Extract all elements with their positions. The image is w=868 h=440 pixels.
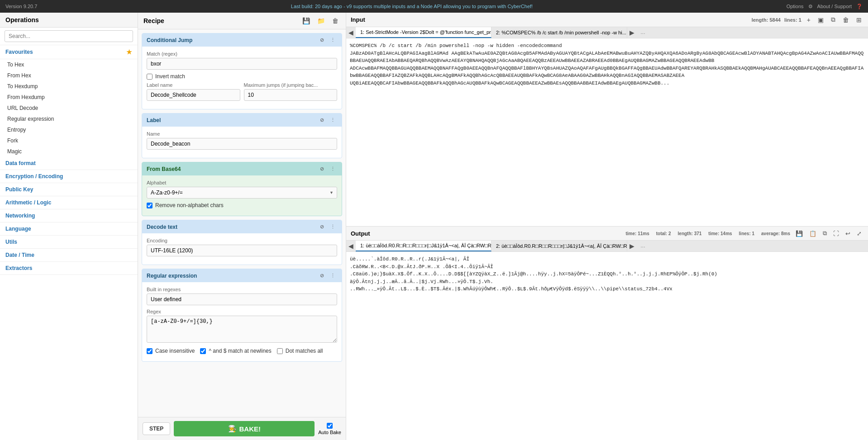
input-lines-value: 1 [799, 17, 801, 23]
right-panel: Input length: 5844 lines: 1 + ▣ ⧉ 🗑 ⊞ ◀ … [346, 13, 868, 440]
sidebar-item-regex[interactable]: Regular expression [0, 114, 138, 124]
name-label: Name [147, 131, 337, 137]
builtin-regexes-input[interactable] [147, 293, 337, 305]
case-insensitive-label[interactable]: Case insensitive [147, 348, 195, 354]
disable-decode-text-button[interactable]: ⊘ [318, 223, 326, 231]
label-name-input[interactable] [147, 89, 240, 101]
disable-regex-button[interactable]: ⊘ [318, 272, 326, 279]
more-from-base64-button[interactable]: ⋮ [329, 165, 337, 173]
input-tab-prev[interactable]: ◀ [346, 27, 356, 38]
multiline-label[interactable]: ^ and $ match at newlines [200, 348, 271, 354]
sidebar-item-tohexdump[interactable]: To Hexdump [0, 81, 138, 92]
alphabet-select[interactable]: A-Za-z0-9+/= [147, 187, 337, 199]
more-regex-button[interactable]: ⋮ [329, 272, 337, 279]
about-label[interactable]: About / Support [817, 4, 852, 9]
category-extractors-header[interactable]: Extractors [0, 262, 138, 274]
more-label-button[interactable]: ⋮ [329, 116, 337, 124]
auto-bake-label: Auto Bake [318, 430, 341, 435]
remove-non-alphabet-checkbox[interactable] [147, 203, 153, 208]
category-utils-label: Utils [5, 239, 17, 245]
load-recipe-button[interactable]: 📁 [315, 16, 327, 25]
category-public-key-label: Public Key [5, 186, 33, 193]
save-output-button[interactable]: 💾 [794, 229, 805, 238]
input-tab-2[interactable]: 2: %COMSPEC% /b /c start /b /min powersh… [491, 27, 627, 38]
bake-label: BAKE! [239, 425, 261, 433]
card-from-base64-body: Alphabet A-Za-z0-9+/= Remove non-alphabe… [142, 175, 342, 216]
more-conditional-jump-button[interactable]: ⋮ [329, 36, 337, 44]
category-encryption-header[interactable]: Encryption / Encoding [0, 170, 138, 183]
auto-bake-group: Auto Bake [318, 423, 341, 435]
multiline-checkbox[interactable] [200, 348, 206, 354]
maximize-output-button[interactable]: ⛶ [831, 229, 841, 238]
save-recipe-button[interactable]: 💾 [300, 16, 312, 25]
favourites-header[interactable]: Favourites ★ [0, 45, 138, 59]
step-button[interactable]: STEP [143, 422, 170, 435]
category-arithmetic-header[interactable]: Arithmetic / Logic [0, 196, 138, 209]
input-title: Input [351, 16, 365, 23]
output-length-value: 371 [694, 231, 702, 236]
input-header-right: length: 5844 lines: 1 + ▣ ⧉ 🗑 ⊞ [752, 15, 863, 24]
dot-matches-all-checkbox[interactable] [277, 348, 283, 354]
invert-match-label[interactable]: Invert match [147, 73, 185, 80]
trash-input-button[interactable]: 🗑 [841, 15, 851, 24]
output-tab-more[interactable]: … [637, 241, 649, 251]
disable-from-base64-button[interactable]: ⊘ [318, 165, 326, 173]
match-regex-input[interactable] [147, 58, 337, 70]
dot-matches-all-label[interactable]: Dot matches all [277, 348, 323, 354]
options-label[interactable]: Options [787, 4, 804, 9]
card-regular-expression-title: Regular expression [147, 273, 197, 279]
regex-textarea[interactable]: [a-zA-Z0-9+/=]{30,} [147, 316, 337, 343]
encoding-input[interactable] [147, 245, 337, 256]
sidebar-item-entropy[interactable]: Entropy [0, 124, 138, 135]
category-language-header[interactable]: Language [0, 222, 138, 235]
grid-input-button[interactable]: ⊞ [854, 15, 863, 24]
max-jumps-input[interactable] [244, 89, 338, 101]
help-icon[interactable]: ❓ [856, 4, 863, 9]
layout-input-button[interactable]: ▣ [816, 15, 825, 24]
clear-recipe-button[interactable]: 🗑 [330, 16, 340, 25]
output-tab-1[interactable]: 1: üè□□àÎôd.R0.R□R□□R□□□r(□J&1ÿ1Â~<a|, Â… [356, 241, 491, 251]
invert-match-checkbox[interactable] [147, 74, 153, 80]
input-tab-1[interactable]: 1: Set-StrictMode -Version 2$Dolt = @'fu… [356, 27, 491, 38]
remove-non-alphabet-label[interactable]: Remove non-alphabet chars [147, 202, 337, 208]
gear-icon[interactable]: ⚙ [808, 4, 813, 9]
undo-output-button[interactable]: ↩ [844, 229, 852, 238]
match-regex-label: Match (regex) [147, 51, 337, 57]
copy-output-button[interactable]: 📋 [807, 229, 818, 238]
search-input[interactable] [5, 30, 133, 42]
disable-conditional-jump-button[interactable]: ⊘ [318, 36, 326, 44]
disable-label-button[interactable]: ⊘ [318, 116, 326, 124]
sidebar-item-fromhexdump[interactable]: From Hexdump [0, 92, 138, 103]
category-utils-header[interactable]: Utils [0, 236, 138, 248]
card-from-base64-icons: ⊘ ⋮ [318, 165, 337, 173]
more-decode-text-button[interactable]: ⋮ [329, 223, 337, 231]
category-extractors: Extractors [0, 262, 138, 275]
card-decode-text: Decode text ⊘ ⋮ Encoding [142, 220, 342, 265]
expand-output-button[interactable]: ⤢ [855, 229, 863, 238]
name-input[interactable] [147, 138, 337, 150]
output-content[interactable]: üè.....`.àÎôd.R0.R..R..r(.J&1ÿ1Â~<a|, ÂÎ… [346, 252, 868, 440]
input-tab-next[interactable]: ▶ [627, 27, 637, 38]
sidebar-item-magic[interactable]: Magic [0, 146, 138, 157]
output-tab-2[interactable]: 2: üè□□àÎôd.R0.R□R□□R□□□r(□J&1ÿ1Â~<a|, Â… [491, 241, 627, 251]
input-tab-more[interactable]: … [637, 27, 649, 38]
bake-button[interactable]: 👨‍🍳 BAKE! [174, 421, 315, 436]
output-tab-prev[interactable]: ◀ [346, 241, 356, 251]
recipe-header-icons: 💾 📁 🗑 [300, 16, 340, 25]
sidebar-item-tohex[interactable]: To Hex [0, 59, 138, 70]
sidebar-item-fromhex[interactable]: From Hex [0, 70, 138, 81]
split-input-button[interactable]: ⧉ [829, 15, 837, 24]
add-input-button[interactable]: + [805, 15, 812, 24]
auto-bake-checkbox[interactable] [327, 423, 333, 429]
category-data-format-header[interactable]: Data format [0, 157, 138, 170]
case-insensitive-checkbox[interactable] [147, 348, 153, 354]
category-datetime-header[interactable]: Date / Time [0, 249, 138, 261]
card-decode-text-icons: ⊘ ⋮ [318, 223, 337, 231]
category-public-key-header[interactable]: Public Key [0, 183, 138, 196]
category-networking-header[interactable]: Networking [0, 209, 138, 222]
sidebar-item-fork[interactable]: Fork [0, 135, 138, 146]
split-output-button[interactable]: ⧉ [821, 229, 829, 238]
output-tab-next[interactable]: ▶ [627, 241, 637, 251]
sidebar-item-urldecode[interactable]: URL Decode [0, 103, 138, 114]
input-content[interactable]: %COMSPEC% /b /c start /b /min powershell… [346, 38, 868, 226]
